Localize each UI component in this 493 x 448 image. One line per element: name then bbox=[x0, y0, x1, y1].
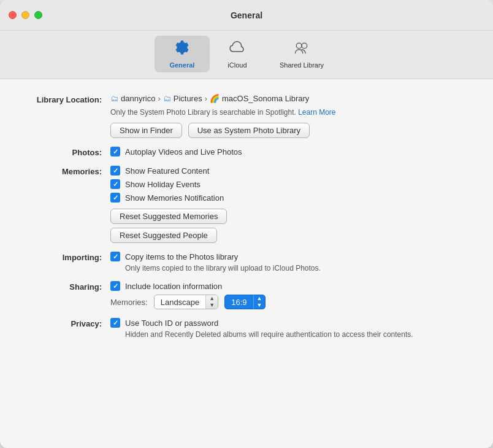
importing-content: Copy items to the Photos library Only it… bbox=[110, 252, 468, 272]
traffic-lights bbox=[9, 11, 42, 19]
reset-memories-button[interactable]: Reset Suggested Memories bbox=[110, 209, 227, 224]
sharing-section: Sharing: Include location information Me… bbox=[25, 281, 468, 309]
library-location-label: Library Location: bbox=[25, 94, 110, 104]
tab-shared-library-label: Shared Library bbox=[280, 61, 324, 69]
importing-label: Importing: bbox=[25, 252, 110, 262]
importing-section: Importing: Copy items to the Photos libr… bbox=[25, 252, 468, 272]
library-buttons: Show in Finder Use as System Photo Libra… bbox=[110, 123, 468, 138]
icloud-icon bbox=[229, 39, 246, 59]
shared-library-icon bbox=[293, 39, 310, 59]
minimize-button[interactable] bbox=[21, 11, 29, 19]
show-holiday-row: Show Holiday Events bbox=[110, 179, 468, 189]
touch-id-label: Use Touch ID or password bbox=[125, 319, 218, 328]
include-location-row: Include location information bbox=[110, 281, 468, 291]
show-featured-row: Show Featured Content bbox=[110, 166, 468, 176]
main-window: General General iCloud bbox=[0, 0, 493, 448]
show-holiday-label: Show Holiday Events bbox=[125, 180, 201, 189]
memories-label: Memories: bbox=[25, 166, 110, 176]
path-pictures: Pictures bbox=[174, 94, 202, 103]
path-sep-2: › bbox=[205, 94, 207, 103]
tab-general[interactable]: General bbox=[155, 36, 210, 72]
svg-point-0 bbox=[296, 43, 302, 48]
show-notification-label: Show Memories Notification bbox=[125, 193, 224, 203]
orientation-down-arrow[interactable]: ▼ bbox=[206, 302, 218, 309]
show-featured-checkbox[interactable] bbox=[110, 166, 120, 176]
orientation-select[interactable]: Landscape ▲ ▼ bbox=[154, 295, 219, 309]
window-title: General bbox=[231, 10, 262, 20]
memories-section: Memories: Show Featured Content Show Hol… bbox=[25, 166, 468, 243]
include-location-checkbox[interactable] bbox=[110, 281, 120, 291]
path-user: dannyrico bbox=[121, 94, 155, 103]
photos-section: Photos: Autoplay Videos and Live Photos bbox=[25, 147, 468, 157]
touch-id-row: Use Touch ID or password bbox=[110, 318, 468, 328]
autoplay-checkbox[interactable] bbox=[110, 147, 120, 156]
maximize-button[interactable] bbox=[34, 11, 42, 19]
folder-icon-2: 🗂 bbox=[163, 94, 171, 103]
privacy-label: Privacy: bbox=[25, 318, 110, 328]
gear-icon bbox=[174, 39, 191, 59]
show-holiday-checkbox[interactable] bbox=[110, 179, 120, 189]
library-location-content: 🗂 dannyrico › 🗂 Pictures › 🌈 macOS_Sonom… bbox=[110, 94, 468, 138]
privacy-note: Hidden and Recently Deleted albums will … bbox=[110, 330, 468, 339]
sharing-memories-label: Memories: bbox=[110, 298, 148, 307]
ratio-down-arrow[interactable]: ▼ bbox=[254, 302, 266, 309]
copy-items-label: Copy items to the Photos library bbox=[125, 252, 238, 261]
path-sep-1: › bbox=[158, 94, 160, 103]
show-in-finder-button[interactable]: Show in Finder bbox=[110, 123, 182, 138]
show-notification-checkbox[interactable] bbox=[110, 193, 120, 203]
touch-id-checkbox[interactable] bbox=[110, 318, 120, 328]
copy-items-checkbox[interactable] bbox=[110, 252, 120, 261]
show-featured-label: Show Featured Content bbox=[125, 166, 209, 176]
sharing-content: Include location information Memories: L… bbox=[110, 281, 468, 309]
tab-icloud-label: iCloud bbox=[227, 61, 246, 69]
photos-icon: 🌈 bbox=[210, 94, 220, 103]
autoplay-row: Autoplay Videos and Live Photos bbox=[110, 147, 468, 156]
use-as-system-button[interactable]: Use as System Photo Library bbox=[188, 123, 310, 138]
ratio-up-arrow[interactable]: ▲ bbox=[254, 295, 266, 302]
privacy-content: Use Touch ID or password Hidden and Rece… bbox=[110, 318, 468, 339]
autoplay-label: Autoplay Videos and Live Photos bbox=[125, 147, 242, 156]
tab-general-label: General bbox=[169, 61, 194, 69]
privacy-section: Privacy: Use Touch ID or password Hidden… bbox=[25, 318, 468, 339]
toolbar: General iCloud Shared Libr bbox=[0, 31, 493, 79]
show-notification-row: Show Memories Notification bbox=[110, 193, 468, 203]
photos-label: Photos: bbox=[25, 147, 110, 157]
svg-point-1 bbox=[302, 43, 307, 48]
reset-people-button[interactable]: Reset Suggested People bbox=[110, 228, 217, 243]
library-path: 🗂 dannyrico › 🗂 Pictures › 🌈 macOS_Sonom… bbox=[110, 94, 468, 103]
ratio-value: 16:9 bbox=[225, 296, 253, 309]
orientation-arrows[interactable]: ▲ ▼ bbox=[205, 295, 218, 309]
memories-content: Show Featured Content Show Holiday Event… bbox=[110, 166, 468, 243]
library-note-text: Only the System Photo Library is searcha… bbox=[110, 108, 296, 117]
learn-more-link[interactable]: Learn More bbox=[298, 108, 335, 117]
photos-content: Autoplay Videos and Live Photos bbox=[110, 147, 468, 156]
title-bar: General bbox=[0, 0, 493, 31]
path-library: macOS_Sonoma Library bbox=[222, 94, 309, 103]
ratio-arrows[interactable]: ▲ ▼ bbox=[253, 295, 266, 309]
memories-inline-row: Memories: Landscape ▲ ▼ 16:9 ▲ bbox=[110, 295, 468, 309]
close-button[interactable] bbox=[9, 11, 17, 19]
include-location-label: Include location information bbox=[125, 282, 222, 291]
ratio-stepper[interactable]: 16:9 ▲ ▼ bbox=[224, 295, 266, 309]
orientation-value: Landscape bbox=[155, 296, 206, 309]
library-note: Only the System Photo Library is searcha… bbox=[110, 108, 468, 117]
library-location-section: Library Location: 🗂 dannyrico › 🗂 Pictur… bbox=[25, 94, 468, 138]
settings-content: Library Location: 🗂 dannyrico › 🗂 Pictur… bbox=[0, 79, 493, 448]
importing-note: Only items copied to the library will up… bbox=[110, 264, 468, 272]
sharing-label: Sharing: bbox=[25, 281, 110, 292]
tab-icloud[interactable]: iCloud bbox=[210, 36, 265, 72]
tab-shared-library[interactable]: Shared Library bbox=[265, 36, 338, 72]
orientation-up-arrow[interactable]: ▲ bbox=[206, 295, 218, 302]
copy-items-row: Copy items to the Photos library bbox=[110, 252, 468, 261]
folder-icon: 🗂 bbox=[110, 94, 118, 103]
